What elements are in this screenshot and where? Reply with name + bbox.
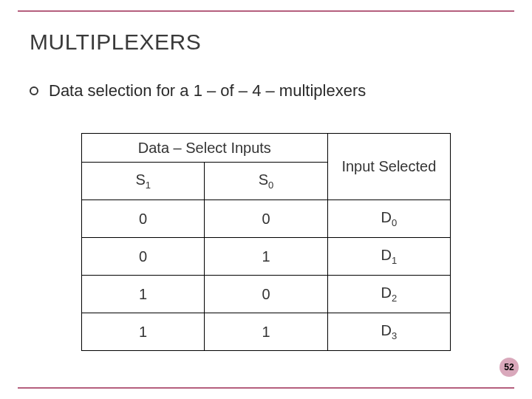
bullet-icon bbox=[30, 86, 38, 95]
table-row: 0 1 D1 bbox=[82, 238, 451, 276]
cell-out: D2 bbox=[327, 276, 450, 313]
cell-s1: 1 bbox=[82, 276, 205, 313]
table-row: 0 0 D0 bbox=[82, 200, 451, 238]
cell-s1: 0 bbox=[82, 238, 205, 276]
subheader-s1: S1 bbox=[82, 163, 205, 200]
cell-s0: 1 bbox=[205, 313, 327, 351]
table-row: 1 0 D2 bbox=[82, 276, 451, 313]
accent-rule-bottom bbox=[18, 387, 514, 389]
truth-table: Data – Select Inputs Input Selected S1 S… bbox=[81, 133, 451, 351]
cell-s0: 0 bbox=[205, 276, 327, 313]
cell-s0: 1 bbox=[205, 238, 327, 276]
subheader-s0: S0 bbox=[205, 163, 327, 200]
cell-s1: 1 bbox=[82, 313, 205, 351]
bullet-text: Data selection for a 1 – of – 4 – multip… bbox=[49, 81, 366, 100]
table-row: 1 1 D3 bbox=[82, 313, 451, 351]
cell-s1: 0 bbox=[82, 200, 205, 238]
header-data-select: Data – Select Inputs bbox=[82, 134, 328, 163]
cell-out: D1 bbox=[327, 238, 450, 276]
cell-out: D3 bbox=[327, 313, 450, 351]
page-number-badge: 52 bbox=[499, 358, 519, 377]
header-input-selected: Input Selected bbox=[327, 134, 450, 200]
cell-out: D0 bbox=[327, 200, 450, 238]
page-title: MULTIPLEXERS bbox=[30, 30, 201, 55]
cell-s0: 0 bbox=[205, 200, 327, 238]
bullet-line: Data selection for a 1 – of – 4 – multip… bbox=[30, 81, 502, 100]
accent-rule-top bbox=[18, 10, 514, 12]
page-number: 52 bbox=[504, 362, 514, 372]
